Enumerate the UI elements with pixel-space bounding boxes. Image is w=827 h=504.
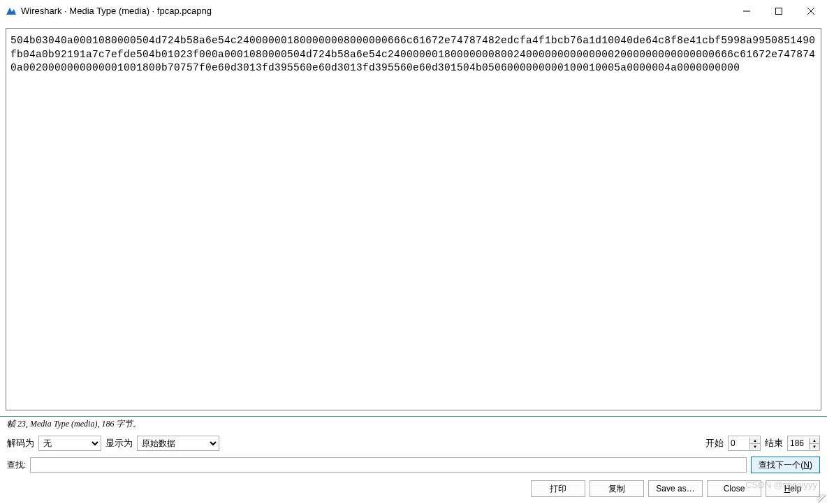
end-label: 结束: [765, 437, 783, 450]
status-bar: 帧 23, Media Type (media), 186 字节。: [0, 416, 827, 433]
start-spinner[interactable]: ▲▼: [728, 436, 761, 451]
find-next-button[interactable]: 查找下一个(N): [751, 457, 820, 473]
decode-controls-row: 解码为 无 显示为 原始数据 开始 ▲▼ 结束 ▲▼: [0, 433, 827, 454]
resize-grip[interactable]: [817, 494, 826, 503]
maximize-button[interactable]: [763, 0, 795, 22]
display-as-label: 显示为: [105, 437, 133, 450]
end-spinner[interactable]: ▲▼: [787, 436, 820, 451]
find-label: 查找:: [7, 459, 26, 471]
start-spin-arrows[interactable]: ▲▼: [749, 438, 760, 450]
help-button[interactable]: Help: [766, 480, 820, 497]
hex-dump[interactable]: 504b03040a0001080000504d724b58a6e54c2400…: [10, 34, 817, 75]
start-label: 开始: [705, 437, 724, 450]
find-input[interactable]: [30, 457, 747, 473]
minimize-button[interactable]: [731, 0, 763, 22]
copy-button[interactable]: 复制: [590, 480, 644, 497]
decode-as-label: 解码为: [7, 437, 34, 450]
window-controls: [731, 0, 827, 22]
window-title: Wireshark · Media Type (media) · fpcap.p…: [21, 6, 731, 16]
end-input[interactable]: [788, 438, 809, 448]
end-spin-arrows[interactable]: ▲▼: [809, 438, 819, 450]
svg-rect-1: [776, 8, 782, 14]
find-row: 查找: 查找下一个(N): [0, 454, 827, 476]
wireshark-icon: [6, 6, 17, 17]
start-input[interactable]: [729, 438, 749, 448]
close-button[interactable]: [795, 0, 827, 22]
decode-as-select[interactable]: 无: [38, 436, 101, 451]
display-as-select[interactable]: 原始数据: [137, 436, 219, 451]
titlebar: Wireshark · Media Type (media) · fpcap.p…: [0, 0, 827, 22]
close-dialog-button[interactable]: Close: [707, 480, 761, 497]
save-as-button[interactable]: Save as…: [648, 480, 703, 497]
action-button-row: 打印 复制 Save as… Close Help: [0, 476, 827, 504]
print-button[interactable]: 打印: [531, 480, 585, 497]
content-area[interactable]: 504b03040a0001080000504d724b58a6e54c2400…: [6, 28, 821, 410]
